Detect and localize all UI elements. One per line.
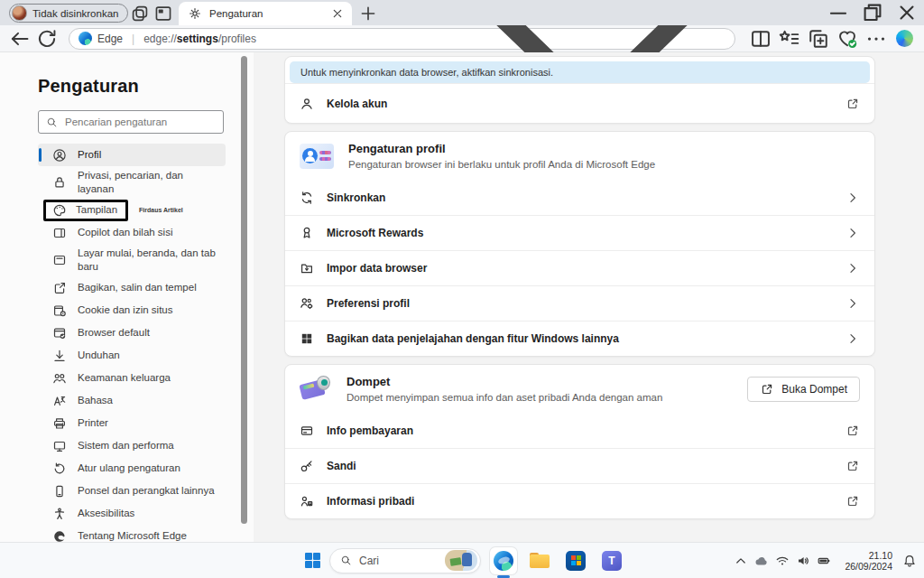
sidebar-item-printer[interactable]: Printer	[38, 412, 226, 434]
sidebar-item-tentang-microsoft-edge[interactable]: Tentang Microsoft Edge	[38, 525, 226, 542]
settings-row-sinkronkan[interactable]: Sinkronkan	[285, 180, 874, 215]
sidebar-item-label: Unduhan	[78, 349, 120, 362]
sidebar-item-atur-ulang-pengaturan[interactable]: Atur ulang pengaturan	[38, 457, 226, 480]
chevron-right-icon	[845, 226, 860, 240]
sidebar-item-ponsel-dan-perangkat-lainnya[interactable]: Ponsel dan perangkat lainnya	[38, 480, 226, 502]
close-window-button[interactable]	[890, 0, 924, 25]
back-button[interactable]	[7, 27, 32, 51]
settings-search-box[interactable]	[38, 110, 224, 134]
sidebar-item-label: Bahasa	[78, 394, 113, 407]
sidebar-item-label: Copilot dan bilah sisi	[78, 226, 172, 239]
sidebar-item-bahasa[interactable]: Bahasa	[38, 389, 226, 412]
sidebar-item-cookie-dan-izin-situs[interactable]: Cookie dan izin situs	[38, 299, 226, 322]
person-card-icon	[300, 494, 314, 508]
sidebar-item-copilot-dan-bilah-sisi[interactable]: Copilot dan bilah sisi	[38, 221, 226, 244]
sidebar-item-label: Atur ulang pengaturan	[78, 461, 180, 475]
url-product: Edge	[97, 33, 123, 45]
taskbar: Cari T 21.10 26/09/2024	[0, 542, 924, 578]
profile-avatar	[12, 5, 27, 21]
titlebar: Tidak disinkronkan Pengaturan	[0, 0, 924, 25]
sidebar-item-unduhan[interactable]: Unduhan	[38, 344, 226, 367]
url-separator: |	[132, 33, 134, 45]
content: Pengaturan ProfilPrivasi, pencarian, dan…	[0, 52, 924, 542]
chevron-right-icon	[845, 296, 860, 311]
onedrive-cloud-icon[interactable]	[754, 554, 769, 568]
sidebar-scrollbar[interactable]	[241, 56, 247, 524]
new-tab-button[interactable]	[357, 4, 379, 23]
tray-chevron-up-icon[interactable]	[734, 554, 748, 568]
profile-button[interactable]: Tidak disinkronkan	[9, 4, 128, 23]
battery-icon[interactable]	[817, 554, 831, 568]
settings-sidebar: Pengaturan ProfilPrivasi, pencarian, dan…	[0, 52, 254, 542]
speaker-icon[interactable]	[796, 554, 810, 568]
notifications-bell-icon[interactable]	[902, 554, 917, 568]
sidebar-item-tampilan[interactable]: TampilanFirdaus Artikel	[38, 199, 226, 221]
sidebar-item-bagikan-salin-dan-tempel[interactable]: Bagikan, salin dan tempel	[38, 276, 226, 299]
search-icon	[46, 117, 58, 128]
wallet-card-title: Dompet	[346, 375, 733, 388]
sidebar-item-label: Tentang Microsoft Edge	[78, 529, 187, 542]
manage-account-row[interactable]: Kelola akun	[285, 83, 874, 123]
workspaces-icon[interactable]	[128, 4, 152, 23]
settings-row-preferensi-profil[interactable]: Preferensi profil	[285, 285, 874, 321]
tab-close-icon[interactable]	[330, 6, 345, 21]
browser-check-icon	[52, 326, 67, 340]
favorites-icon[interactable]	[775, 27, 804, 51]
taskbar-explorer-button[interactable]	[526, 547, 553, 574]
sidebar-item-label: Tampilan	[76, 203, 117, 217]
settings-row-informasi-pribadi[interactable]: Informasi pribadi	[285, 483, 874, 518]
edge-logo-icon	[79, 32, 92, 45]
clock-date: 26/09/2024	[845, 561, 892, 572]
settings-row-microsoft-rewards[interactable]: Microsoft Rewards	[285, 215, 874, 250]
sidebar-item-layar-mulai-beranda-dan-tab-baru[interactable]: Layar mulai, beranda, dan tab baru	[38, 244, 226, 276]
cookie-site-icon	[52, 303, 67, 318]
restore-button[interactable]	[855, 0, 890, 25]
payment-card-icon	[300, 424, 314, 438]
settings-row-sandi[interactable]: Sandi	[285, 448, 874, 483]
sidebar-item-profil[interactable]: Profil	[38, 144, 226, 166]
minimize-button[interactable]	[821, 0, 855, 25]
accessibility-icon	[52, 507, 67, 521]
taskbar-edge-button[interactable]	[490, 547, 517, 574]
external-link-icon	[760, 382, 774, 396]
sidebar-item-sistem-dan-performa[interactable]: Sistem dan performa	[38, 434, 226, 457]
open-wallet-label: Buka Dompet	[781, 383, 847, 396]
palette-icon	[52, 203, 67, 218]
share-icon	[52, 281, 67, 295]
sidebar-item-label: Browser default	[78, 326, 150, 340]
sidebar-item-keamanan-keluarga[interactable]: Keamanan keluarga	[38, 367, 226, 389]
url-text: edge://settings/profiles	[143, 33, 256, 45]
refresh-button[interactable]	[34, 27, 60, 51]
sidebar-item-aksesibilitas[interactable]: Aksesibilitas	[38, 502, 226, 525]
address-bar[interactable]: Edge | edge://settings/profiles	[69, 28, 735, 50]
copilot-icon[interactable]	[896, 30, 913, 47]
taskbar-teams-button[interactable]: T	[598, 547, 625, 574]
start-button[interactable]	[305, 553, 320, 568]
clock-time: 21.10	[845, 550, 892, 561]
account-card: Untuk menyinkronkan data browser, aktifk…	[284, 56, 875, 124]
split-screen-icon[interactable]	[746, 27, 775, 51]
taskbar-search[interactable]: Cari	[329, 548, 481, 573]
collections-icon[interactable]	[804, 27, 833, 51]
sidebar-item-browser-default[interactable]: Browser default	[38, 322, 226, 344]
monitor-icon	[52, 439, 67, 453]
tab-pengaturan[interactable]: Pengaturan	[179, 2, 352, 25]
person-circle-icon	[52, 148, 67, 163]
more-menu-icon[interactable]	[862, 27, 891, 51]
open-wallet-button[interactable]: Buka Dompet	[747, 377, 860, 402]
browser-essentials-icon[interactable]	[833, 27, 862, 51]
settings-search-input[interactable]	[65, 117, 200, 127]
wifi-icon[interactable]	[775, 554, 790, 568]
settings-row-info-pembayaran[interactable]: Info pembayaran	[285, 413, 874, 448]
row-label: Preferensi profil	[327, 297, 833, 310]
settings-row-impor-data-browser[interactable]: Impor data browser	[285, 250, 874, 285]
sidebar-item-privasi-pencarian-dan-layanan[interactable]: Privasi, pencarian, dan layanan	[38, 166, 226, 199]
taskbar-store-button[interactable]	[562, 547, 589, 574]
taskbar-clock[interactable]: 21.10 26/09/2024	[845, 550, 892, 572]
tab-actions-icon[interactable]	[152, 4, 175, 23]
edge-window: Tidak disinkronkan Pengaturan Edge | edg…	[0, 0, 924, 578]
language-icon	[52, 394, 67, 408]
settings-row-bagikan-data-penjelajahan-dengan-fitur-windows-lainnya[interactable]: Bagikan data penjelajahan dengan fitur W…	[285, 321, 874, 356]
settings-main: Untuk menyinkronkan data browser, aktifk…	[254, 52, 924, 542]
people-gear-icon	[300, 296, 314, 311]
